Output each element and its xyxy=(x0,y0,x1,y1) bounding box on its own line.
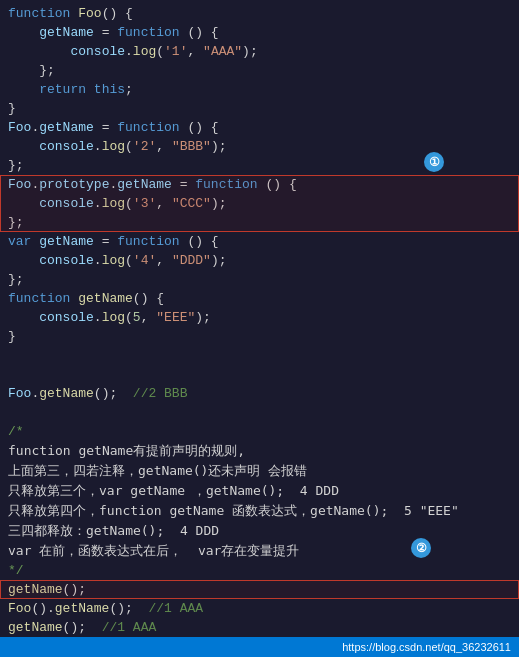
code-line-18: } xyxy=(0,327,519,346)
code-line-14: console.log('4', "DDD"); xyxy=(0,251,519,270)
code-line-27: 只释放第四个，function getName 函数表达式，getName();… xyxy=(0,501,519,521)
code-line-16: function getName() { xyxy=(0,289,519,308)
code-line-13: var getName = function () { xyxy=(0,232,519,251)
code-line-31: getName(); xyxy=(0,580,519,599)
badge-2: ② xyxy=(411,538,431,558)
code-line-6: } xyxy=(0,99,519,118)
code-line-21: Foo.getName(); //2 BBB xyxy=(0,384,519,403)
code-line-33: getName(); //1 AAA xyxy=(0,618,519,637)
code-line-1: function Foo() { xyxy=(0,4,519,23)
code-line-29: var 在前，函数表达式在后， var存在变量提升 xyxy=(0,541,519,561)
code-line-4: }; xyxy=(0,61,519,80)
editor-container: function Foo() { getName = function () {… xyxy=(0,0,519,657)
code-line-17: console.log(5, "EEE"); xyxy=(0,308,519,327)
code-line-32: Foo().getName(); //1 AAA xyxy=(0,599,519,618)
code-line-24: function getName有提前声明的规则, xyxy=(0,441,519,461)
empty-line-22 xyxy=(0,403,519,422)
code-line-10: Foo.prototype.getName = function () { xyxy=(0,175,519,194)
code-line-30: */ xyxy=(0,561,519,580)
empty-line-19 xyxy=(0,346,519,365)
code-line-3: console.log('1', "AAA"); xyxy=(0,42,519,61)
code-line-15: }; xyxy=(0,270,519,289)
code-area[interactable]: function Foo() { getName = function () {… xyxy=(0,0,519,657)
code-line-11: console.log('3', "CCC"); xyxy=(0,194,519,213)
code-line-8: console.log('2', "BBB"); xyxy=(0,137,519,156)
code-line-23: /* xyxy=(0,422,519,441)
bottom-url: https://blog.csdn.net/qq_36232611 xyxy=(342,641,511,653)
empty-line-20 xyxy=(0,365,519,384)
bottom-bar: https://blog.csdn.net/qq_36232611 xyxy=(0,637,519,657)
code-line-5: return this; xyxy=(0,80,519,99)
code-line-26: 只释放第三个，var getName ，getName(); 4 DDD xyxy=(0,481,519,501)
badge-1: ① xyxy=(424,152,444,172)
code-line-25: 上面第三，四若注释，getName()还未声明 会报错 xyxy=(0,461,519,481)
code-line-28: 三四都释放：getName(); 4 DDD xyxy=(0,521,519,541)
code-line-7: Foo.getName = function () { xyxy=(0,118,519,137)
code-line-2: getName = function () { xyxy=(0,23,519,42)
code-line-12: }; xyxy=(0,213,519,232)
